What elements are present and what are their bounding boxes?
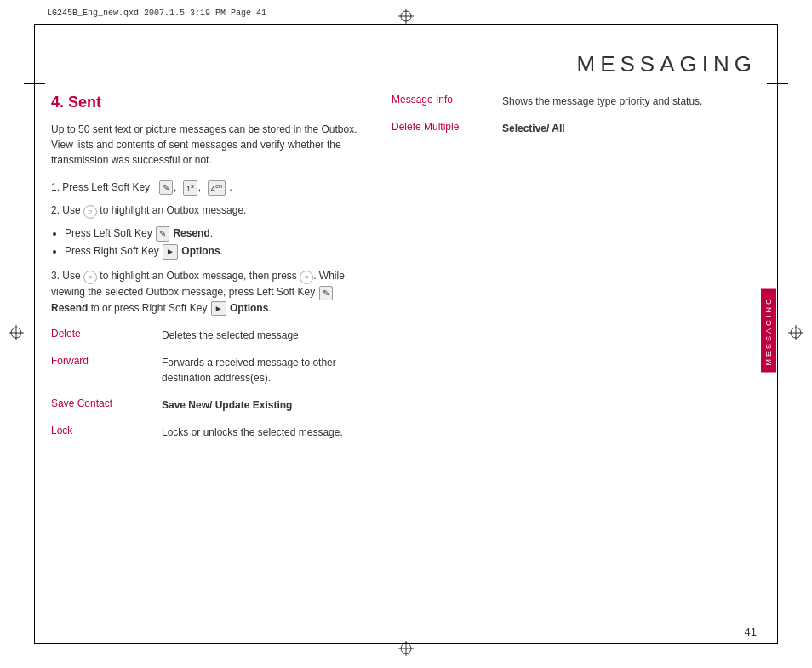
step1: 1. Press Left Soft Key ✎, 1s, 4en . [51,180,357,196]
right-border [777,24,778,644]
bottom-reg-mark [398,641,414,659]
intro-text: Up to 50 sent text or picture messages c… [51,122,357,168]
message-info-value: Shows the message type priority and stat… [502,94,702,109]
bullet-item-resend: Press Left Soft Key ✎ Resend. [65,226,357,242]
message-info-label: Message Info [392,94,502,106]
info-row-delete-multiple: Delete Multiple Selective/ All [392,121,744,136]
left-column: 4. Sent Up to 50 sent text or picture me… [51,94,357,452]
page-title: MESSAGING [577,51,757,77]
page-number: 41 [745,625,757,638]
sidebar-label: MESSAGING [761,289,776,373]
info-row-save-contact: Save Contact Save New/ Update Existing [51,397,357,413]
delete-label: Delete [51,328,162,340]
step2: 2. Use ○ to highlight an Outbox message. [51,203,357,219]
info-row-lock: Lock Locks or unlocks the selected messa… [51,425,357,440]
right-reg-mark [788,325,803,344]
forward-label: Forward [51,355,162,367]
right-tick [767,83,788,84]
ok-icon: ○ [300,271,313,284]
bullet-list: Press Left Soft Key ✎ Resend. Press Righ… [65,226,357,260]
bullet-item-options: Press Right Soft Key ► Options. [65,243,357,260]
page: LG245B_Eng_new.qxd 2007.1.5 3:19 PM Page… [0,0,812,668]
right-key-step3-icon: ► [211,301,226,316]
info-row-message-info: Message Info Shows the message type prio… [392,94,744,109]
info-table-left: Delete Deletes the selected message. For… [51,328,357,440]
lock-value: Locks or unlocks the selected message. [162,425,343,440]
left-soft-key-icon: ✎ [159,180,173,195]
forward-value: Forwards a received message to other des… [162,355,357,385]
nav-icon-step2: ○ [83,205,97,219]
section-heading: 4. Sent [51,94,357,111]
file-info: LG245B_Eng_new.qxd 2007.1.5 3:19 PM Page… [47,9,266,18]
step3: 3. Use ○ to highlight an Outbox message,… [51,268,357,316]
nav-icon-step3: ○ [83,271,97,284]
key-4en-icon: 4en [208,180,226,197]
left-reg-mark [9,325,24,344]
left-tick [24,83,45,84]
delete-value: Deletes the selected message. [162,328,301,343]
right-column: Message Info Shows the message type prio… [392,94,744,148]
delete-multiple-label: Delete Multiple [392,121,502,133]
info-row-delete: Delete Deletes the selected message. [51,328,357,343]
info-row-forward: Forward Forwards a received message to o… [51,355,357,385]
lock-label: Lock [51,425,162,437]
key-1s-icon: 1s [183,180,197,197]
save-contact-label: Save Contact [51,397,162,409]
main-content: 4. Sent Up to 50 sent text or picture me… [51,94,744,625]
delete-multiple-value: Selective/ All [502,121,565,136]
right-key-options-icon: ► [163,244,178,260]
left-key-step3-icon: ✎ [319,286,333,300]
top-reg-mark [398,9,414,27]
left-key-resend-icon: ✎ [156,226,169,242]
save-contact-value: Save New/ Update Existing [162,397,292,413]
left-border [34,24,35,644]
